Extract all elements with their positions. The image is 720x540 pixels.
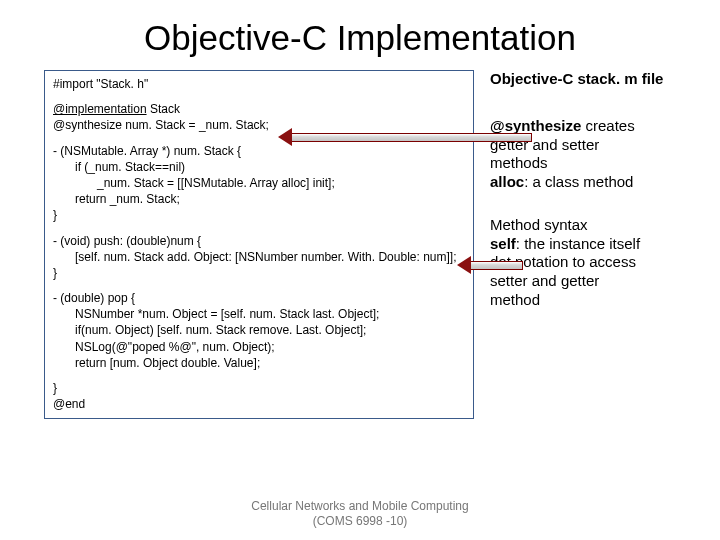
code-line: _num. Stack = [[NSMutable. Array alloc] … bbox=[53, 175, 465, 191]
arrow-icon bbox=[278, 130, 532, 144]
code-line: } bbox=[53, 265, 465, 281]
code-line: - (double) pop { bbox=[53, 290, 465, 306]
code-line: if (_num. Stack==nil) bbox=[53, 159, 465, 175]
code-line: return _num. Stack; bbox=[53, 191, 465, 207]
content-row: #import "Stack. h" @implementation Stack… bbox=[0, 70, 720, 419]
code-line: @implementation Stack bbox=[53, 101, 465, 117]
code-box: #import "Stack. h" @implementation Stack… bbox=[44, 70, 474, 419]
code-line: [self. num. Stack add. Object: [NSNumber… bbox=[53, 249, 465, 265]
footer-line: (COMS 6998 -10) bbox=[0, 514, 720, 528]
code-line: #import "Stack. h" bbox=[53, 76, 465, 92]
note-synthesize: @synthesize creates getter and setter me… bbox=[490, 117, 682, 192]
footer: Cellular Networks and Mobile Computing (… bbox=[0, 499, 720, 528]
slide-title: Objective-C Implementation bbox=[0, 0, 720, 70]
arrow-icon bbox=[457, 258, 523, 272]
code-line: - (NSMutable. Array *) num. Stack { bbox=[53, 143, 465, 159]
sidebar-notes: Objective-C stack. m file @synthesize cr… bbox=[474, 70, 682, 419]
code-line: } bbox=[53, 207, 465, 223]
code-line: @end bbox=[53, 396, 465, 412]
note-filename: Objective-C stack. m file bbox=[490, 70, 682, 89]
code-line: NSLog(@"poped %@", num. Object); bbox=[53, 339, 465, 355]
code-line: if(num. Object) [self. num. Stack remove… bbox=[53, 322, 465, 338]
code-line: NSNumber *num. Object = [self. num. Stac… bbox=[53, 306, 465, 322]
footer-line: Cellular Networks and Mobile Computing bbox=[0, 499, 720, 513]
code-line: return [num. Object double. Value]; bbox=[53, 355, 465, 371]
code-line: - (void) push: (double)num { bbox=[53, 233, 465, 249]
code-line: } bbox=[53, 380, 465, 396]
